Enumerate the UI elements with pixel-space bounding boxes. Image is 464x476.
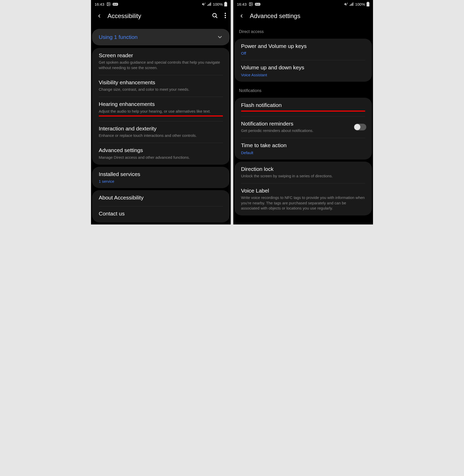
row-desc: Change size, contrast, and color to meet… bbox=[99, 86, 223, 92]
section-notifications: Notifications bbox=[234, 84, 372, 96]
signal-icon bbox=[350, 2, 354, 6]
svg-rect-4 bbox=[208, 4, 209, 6]
status-time: 16:43 bbox=[95, 2, 104, 6]
status-battery-pct: 100% bbox=[355, 2, 365, 6]
row-title: Volume up and down keys bbox=[241, 64, 365, 71]
row-desc: Get spoken audio guidance and special co… bbox=[99, 59, 223, 70]
svg-rect-19 bbox=[352, 3, 352, 6]
svg-point-11 bbox=[225, 13, 226, 14]
row-title: Power and Volume up keys bbox=[241, 43, 365, 50]
row-advanced-settings[interactable]: Advanced settings Manage Direct access a… bbox=[92, 143, 230, 165]
row-title: About Accessibility bbox=[99, 194, 223, 202]
page-title: Advanced settings bbox=[245, 12, 368, 20]
row-desc: Get periodic reminders about notificatio… bbox=[241, 128, 352, 133]
card-direct-access: Power and Volume up keys Off Volume up a… bbox=[234, 39, 372, 82]
toggle-notification-reminders[interactable] bbox=[354, 124, 366, 130]
gallery-icon bbox=[249, 2, 253, 6]
card-about: About Accessibility Contact us bbox=[92, 190, 230, 222]
row-title: Interaction and dexterity bbox=[99, 125, 223, 132]
row-title: Direction lock bbox=[241, 166, 365, 173]
svg-point-13 bbox=[225, 17, 226, 18]
svg-rect-20 bbox=[353, 3, 353, 6]
page-title: Accessibility bbox=[103, 12, 212, 20]
row-interaction-dexterity[interactable]: Interaction and dexterity Enhance or rep… bbox=[92, 121, 230, 143]
more-vertical-icon bbox=[225, 13, 226, 18]
svg-rect-17 bbox=[350, 5, 350, 6]
row-title: Visibility enhancements bbox=[99, 79, 223, 86]
card-main: Screen reader Get spoken audio guidance … bbox=[92, 48, 230, 165]
svg-rect-8 bbox=[224, 2, 227, 6]
section-direct-access: Direct access bbox=[234, 25, 372, 37]
row-title: Notification reminders bbox=[241, 120, 352, 128]
status-time: 16:43 bbox=[237, 2, 247, 6]
card-services: Installed services 1 service bbox=[92, 167, 230, 188]
gallery-icon bbox=[106, 2, 111, 6]
back-button[interactable] bbox=[238, 13, 245, 19]
highlight-underline bbox=[241, 111, 365, 112]
card-misc: Direction lock Unlock the screen by swip… bbox=[234, 162, 372, 216]
banner-text: Using 1 function bbox=[99, 34, 138, 40]
svg-rect-6 bbox=[210, 3, 211, 6]
row-title: Screen reader bbox=[99, 52, 223, 59]
dex-icon: DeX bbox=[255, 3, 261, 6]
status-bar: 16:43 DeX 100% bbox=[233, 0, 373, 7]
dex-icon: DeX bbox=[113, 3, 118, 6]
battery-icon bbox=[224, 2, 227, 6]
row-status: 1 service bbox=[99, 178, 223, 183]
svg-rect-22 bbox=[367, 2, 369, 6]
row-status: Voice Assistant bbox=[241, 72, 365, 77]
row-title: Installed services bbox=[99, 171, 223, 178]
row-desc: Adjust the audio to help your hearing, o… bbox=[99, 108, 223, 114]
mute-icon bbox=[344, 2, 348, 6]
row-visibility-enhancements[interactable]: Visibility enhancements Change size, con… bbox=[92, 75, 230, 97]
row-installed-services[interactable]: Installed services 1 service bbox=[92, 167, 230, 188]
row-contact-us[interactable]: Contact us bbox=[92, 206, 230, 222]
row-volume-up-down[interactable]: Volume up and down keys Voice Assistant bbox=[234, 60, 372, 81]
highlight-underline bbox=[99, 115, 223, 116]
search-button[interactable] bbox=[212, 12, 218, 20]
row-status: Default bbox=[241, 149, 365, 155]
status-bar: 16:43 DeX 100% bbox=[91, 0, 231, 7]
svg-rect-21 bbox=[367, 2, 369, 2]
more-button[interactable] bbox=[225, 13, 226, 19]
row-flash-notification[interactable]: Flash notification bbox=[234, 98, 372, 116]
row-desc: Enhance or replace touch interactions an… bbox=[99, 132, 223, 138]
status-battery-pct: 100% bbox=[213, 2, 223, 6]
battery-icon bbox=[367, 2, 369, 6]
row-title: Voice Label bbox=[241, 187, 365, 195]
row-direction-lock[interactable]: Direction lock Unlock the screen by swip… bbox=[234, 162, 372, 183]
svg-point-12 bbox=[225, 15, 226, 16]
row-screen-reader[interactable]: Screen reader Get spoken audio guidance … bbox=[92, 48, 230, 75]
card-notifications: Flash notification Notification reminder… bbox=[234, 98, 372, 160]
row-desc: Unlock the screen by swiping in a series… bbox=[241, 173, 365, 179]
mute-icon bbox=[202, 2, 206, 6]
svg-line-2 bbox=[204, 3, 205, 6]
row-title: Time to take action bbox=[241, 142, 365, 149]
svg-point-1 bbox=[107, 3, 108, 4]
row-status: Off bbox=[241, 50, 365, 55]
chevron-left-icon bbox=[97, 13, 102, 19]
row-hearing-enhancements[interactable]: Hearing enhancements Adjust the audio to… bbox=[92, 97, 230, 121]
row-power-volume-up[interactable]: Power and Volume up keys Off bbox=[234, 39, 372, 60]
using-functions-banner[interactable]: Using 1 function bbox=[92, 29, 230, 45]
row-voice-label[interactable]: Voice Label Write voice recordings to NF… bbox=[234, 183, 372, 215]
row-desc: Manage Direct access and other advanced … bbox=[99, 154, 223, 160]
svg-rect-7 bbox=[225, 2, 226, 2]
search-icon bbox=[212, 12, 218, 19]
app-bar: Accessibility bbox=[91, 7, 231, 25]
phone-accessibility: 16:43 DeX 100% Accessibility Using 1 fun… bbox=[91, 0, 231, 224]
row-title: Flash notification bbox=[241, 102, 365, 109]
row-title: Contact us bbox=[99, 210, 223, 218]
svg-line-16 bbox=[346, 3, 348, 6]
svg-rect-3 bbox=[207, 5, 208, 6]
row-notification-reminders[interactable]: Notification reminders Get periodic remi… bbox=[234, 116, 372, 138]
chevron-down-icon bbox=[217, 34, 223, 40]
back-button[interactable] bbox=[96, 13, 103, 19]
phone-advanced-settings: 16:43 DeX 100% Advanced settings Direct … bbox=[233, 0, 373, 224]
row-desc: Write voice recordings to NFC tags to pr… bbox=[241, 195, 365, 211]
svg-line-10 bbox=[216, 16, 217, 18]
row-time-to-take-action[interactable]: Time to take action Default bbox=[234, 138, 372, 159]
chevron-left-icon bbox=[239, 13, 244, 19]
row-about-accessibility[interactable]: About Accessibility bbox=[92, 190, 230, 206]
svg-point-15 bbox=[250, 3, 251, 4]
